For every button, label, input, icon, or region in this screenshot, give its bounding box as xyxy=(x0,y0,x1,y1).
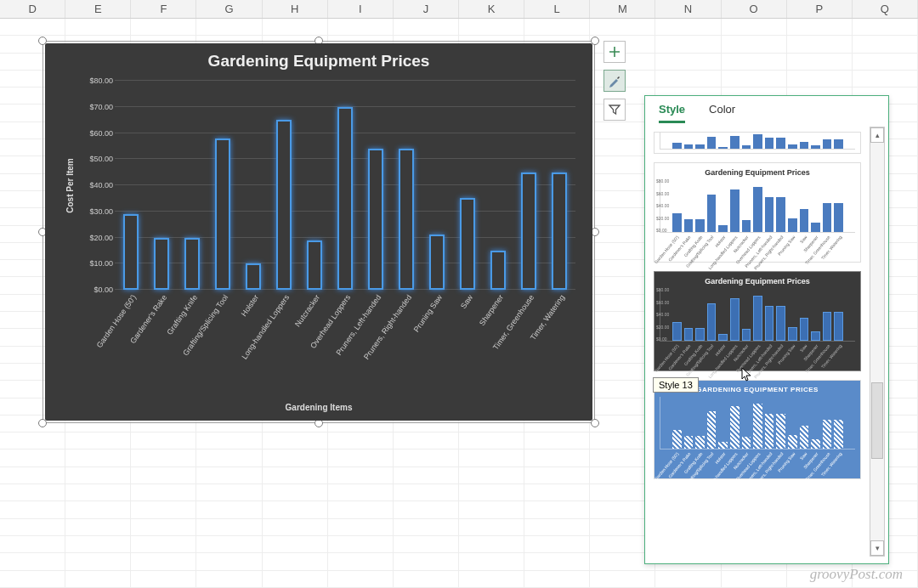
bar-slot xyxy=(212,81,234,290)
x-tick: Saw xyxy=(459,293,474,310)
x-tick: Sharpener xyxy=(478,293,505,327)
bar-slot xyxy=(456,81,479,290)
bar-slot xyxy=(518,81,540,290)
bar-slot xyxy=(487,81,509,290)
col-header-N[interactable]: N xyxy=(655,0,721,18)
chart-styles-pane: Style Color ▴ ▾ Gardening Equipment Pric… xyxy=(644,95,889,564)
bar[interactable] xyxy=(368,149,383,290)
col-header-E[interactable]: E xyxy=(65,0,131,18)
chart-title[interactable]: Gardening Equipment Prices xyxy=(45,43,592,76)
y-axis[interactable]: $0.00$10.00$20.00$30.00$40.00$50.00$60.0… xyxy=(89,81,115,290)
scroll-up-button[interactable]: ▴ xyxy=(870,127,884,143)
x-axis-label[interactable]: Gardening Items xyxy=(45,403,592,412)
pane-tabs: Style Color xyxy=(645,96,888,123)
style-thumb-light[interactable]: Gardening Equipment Prices $80.00$60.00$… xyxy=(654,162,861,263)
cursor-icon xyxy=(741,367,753,382)
col-header-M[interactable]: M xyxy=(590,0,655,18)
bar[interactable] xyxy=(552,172,567,290)
bar[interactable] xyxy=(521,172,536,290)
y-tick: $60.00 xyxy=(79,129,113,138)
bar[interactable] xyxy=(123,214,139,290)
x-tick: Holster xyxy=(240,293,261,318)
y-axis-label[interactable]: Cost Per Item xyxy=(62,81,77,290)
col-header-P[interactable]: P xyxy=(787,0,853,18)
col-header-L[interactable]: L xyxy=(524,0,590,18)
bar-slot xyxy=(365,81,387,290)
bar-slot xyxy=(120,81,142,290)
col-header-D[interactable]: D xyxy=(0,0,65,18)
col-header-I[interactable]: I xyxy=(328,0,394,18)
bar[interactable] xyxy=(490,251,506,290)
resize-handle-br[interactable] xyxy=(591,419,599,427)
col-header-G[interactable]: G xyxy=(196,0,262,18)
tab-color[interactable]: Color xyxy=(709,103,735,123)
chart-side-buttons xyxy=(604,41,627,127)
bar[interactable] xyxy=(215,139,230,290)
chart-styles-button[interactable] xyxy=(604,70,626,92)
bar-slot xyxy=(150,81,173,290)
pane-scrollbar[interactable]: ▴ ▾ xyxy=(870,127,885,557)
style-tooltip: Style 13 xyxy=(653,377,699,393)
x-axis[interactable]: Garden Hose (50')Gardener's RakeGrafting… xyxy=(115,290,575,421)
col-header-H[interactable]: H xyxy=(263,0,328,18)
style-thumb-dark[interactable]: Gardening Equipment Prices $80.00$60.00$… xyxy=(654,271,861,371)
bar-slot xyxy=(395,81,417,290)
y-tick: $80.00 xyxy=(79,76,113,85)
bar-slot xyxy=(334,81,356,290)
thumb-title: Gardening Equipment Prices xyxy=(660,168,855,177)
chart-object[interactable]: Gardening Equipment Prices Cost Per Item… xyxy=(42,41,595,423)
bar[interactable] xyxy=(337,107,353,290)
y-tick: $50.00 xyxy=(79,155,113,163)
thumb-title: Gardening Equipment Prices xyxy=(660,277,855,286)
plot-area[interactable] xyxy=(115,81,575,290)
style-thumb-partial[interactable] xyxy=(654,132,861,154)
y-tick: $10.00 xyxy=(79,259,113,268)
bar[interactable] xyxy=(184,238,200,291)
col-header-O[interactable]: O xyxy=(722,0,787,18)
y-tick: $40.00 xyxy=(79,181,113,189)
bar-slot xyxy=(548,81,570,290)
scroll-thumb[interactable] xyxy=(871,382,883,459)
y-tick: $30.00 xyxy=(79,207,113,216)
col-header-J[interactable]: J xyxy=(394,0,459,18)
bar[interactable] xyxy=(307,240,322,290)
chart-canvas[interactable]: Gardening Equipment Prices Cost Per Item… xyxy=(45,43,592,421)
style-thumb-blue[interactable]: Style 13 GARDENING EQUIPMENT PRICES Gard… xyxy=(654,380,861,479)
chart-filter-button[interactable] xyxy=(604,99,626,121)
bar-slot xyxy=(426,81,448,290)
scroll-down-button[interactable]: ▾ xyxy=(870,540,884,556)
bar[interactable] xyxy=(399,149,414,290)
bar-slot xyxy=(303,81,326,290)
bar[interactable] xyxy=(460,198,475,290)
bar-slot xyxy=(273,81,295,290)
column-headers: DEFGHIJKLMNOPQ xyxy=(0,0,918,19)
bar[interactable] xyxy=(154,238,169,291)
pane-body: Gardening Equipment Prices $80.00$60.00$… xyxy=(650,125,864,557)
tab-style[interactable]: Style xyxy=(659,103,685,123)
bar-slot xyxy=(242,81,264,290)
x-tick: Nutcracker xyxy=(293,293,321,328)
bar-slot xyxy=(181,81,203,290)
col-header-K[interactable]: K xyxy=(459,0,524,18)
y-tick: $20.00 xyxy=(79,234,113,242)
y-tick: $70.00 xyxy=(79,103,113,111)
col-header-Q[interactable]: Q xyxy=(853,0,918,18)
chart-elements-button[interactable] xyxy=(604,41,626,63)
col-header-F[interactable]: F xyxy=(131,0,196,18)
bar[interactable] xyxy=(246,263,261,290)
y-tick: $0.00 xyxy=(79,286,113,294)
bar[interactable] xyxy=(276,120,292,290)
watermark: groovyPost.com xyxy=(810,566,903,583)
bar[interactable] xyxy=(429,235,445,290)
